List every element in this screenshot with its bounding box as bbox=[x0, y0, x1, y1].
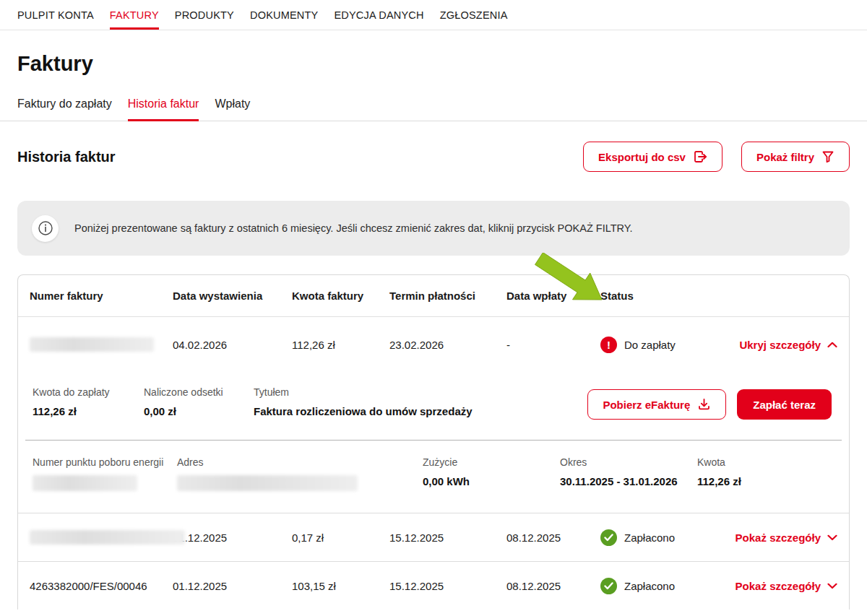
table-row: 01.12.2025 0,17 zł 15.12.2025 08.12.2025… bbox=[18, 513, 849, 561]
payment-date: - bbox=[506, 339, 600, 351]
paid-status-icon bbox=[600, 578, 617, 594]
due-date: 15.12.2025 bbox=[389, 532, 506, 544]
chevron-down-icon bbox=[827, 583, 837, 589]
period-field: Okres 30.11.2025 - 31.01.2026 bbox=[560, 456, 697, 487]
payment-date: 08.12.2025 bbox=[506, 580, 600, 592]
chevron-down-icon bbox=[827, 534, 837, 541]
invoice-amount: 103,15 zł bbox=[292, 580, 389, 592]
show-filters-label: Pokaż filtry bbox=[756, 151, 814, 163]
show-details-link[interactable]: Pokaż szczegóły bbox=[736, 532, 837, 544]
export-csv-label: Eksportuj do csv bbox=[598, 151, 686, 163]
amount-due-value: 112,26 zł bbox=[33, 405, 144, 417]
usage-value: 0,00 kWh bbox=[423, 475, 560, 487]
header-status: Status bbox=[600, 290, 730, 302]
interest-field: Naliczone odsetki 0,00 zł bbox=[144, 386, 254, 417]
header-numer-faktury: Numer faktury bbox=[30, 290, 173, 302]
status-cell: ! Do zapłaty bbox=[600, 337, 730, 353]
tab-wplaty[interactable]: Wpłaty bbox=[215, 97, 250, 121]
hide-details-link[interactable]: Ukryj szczegóły bbox=[739, 339, 837, 351]
redacted-invoice-number bbox=[30, 530, 185, 545]
invoice-amount: 112,26 zł bbox=[292, 339, 389, 351]
status-label: Zapłacono bbox=[624, 532, 675, 544]
amount-due-field: Kwota do zapłaty 112,26 zł bbox=[33, 386, 144, 417]
header-kwota-faktury: Kwota faktury bbox=[292, 290, 389, 302]
amount-value: 112,26 zł bbox=[697, 475, 832, 487]
show-filters-button[interactable]: Pokaż filtry bbox=[741, 142, 850, 172]
interest-value: 0,00 zł bbox=[144, 405, 254, 417]
usage-label: Zużycie bbox=[423, 456, 560, 468]
nav-item-produkty[interactable]: PRODUKTY bbox=[175, 0, 234, 30]
detail-actions: Pobierz eFakturę Zapłać teraz bbox=[587, 389, 832, 420]
nav-item-pulpit-konta[interactable]: PULPIT KONTA bbox=[17, 0, 94, 30]
tab-historia-faktur[interactable]: Historia faktur bbox=[128, 97, 199, 121]
amount-label: Kwota bbox=[697, 456, 832, 468]
period-label: Okres bbox=[560, 456, 697, 468]
toggle-label: Ukryj szczegóły bbox=[739, 339, 821, 351]
info-banner: Poniżej prezentowane są faktury z ostatn… bbox=[17, 201, 850, 256]
address-label: Adres bbox=[177, 456, 423, 468]
usage-field: Zużycie 0,00 kWh bbox=[423, 456, 560, 487]
nav-item-zgloszenia[interactable]: ZGŁOSZENIA bbox=[440, 0, 508, 30]
invoice-amount: 0,17 zł bbox=[292, 532, 389, 544]
header-data-wystawienia: Data wystawienia bbox=[173, 290, 292, 302]
download-einvoice-label: Pobierz eFakturę bbox=[603, 399, 690, 411]
status-cell: Zapłacono bbox=[600, 578, 730, 594]
issue-date: 04.02.2026 bbox=[173, 339, 292, 351]
section-actions: Eksportuj do csv Pokaż filtry bbox=[583, 142, 850, 172]
toggle-label: Pokaż szczegóły bbox=[736, 532, 821, 544]
page-title: Faktury bbox=[17, 52, 850, 76]
status-cell: Zapłacono bbox=[600, 529, 730, 546]
header-termin-platnosci: Termin płatności bbox=[389, 290, 506, 302]
info-icon bbox=[32, 215, 59, 242]
tab-faktury-do-zaplaty[interactable]: Faktury do zapłaty bbox=[17, 97, 112, 121]
issue-date: 01.12.2025 bbox=[173, 532, 292, 544]
nav-item-faktury[interactable]: FAKTURY bbox=[110, 0, 159, 30]
pay-now-label: Zapłać teraz bbox=[753, 399, 816, 411]
due-date: 23.02.2026 bbox=[389, 339, 506, 351]
table-row: 04.02.2026 112,26 zł 23.02.2026 - ! Do z… bbox=[18, 317, 849, 372]
paid-status-icon bbox=[600, 529, 617, 546]
invoice-history-table: Numer faktury Data wystawienia Kwota fak… bbox=[17, 274, 850, 610]
top-navigation: PULPIT KONTA FAKTURY PRODUKTY DOKUMENTY … bbox=[0, 0, 867, 30]
address-field: Adres bbox=[177, 456, 423, 491]
payment-date: 08.12.2025 bbox=[506, 532, 600, 544]
period-value: 30.11.2025 - 31.01.2026 bbox=[560, 475, 697, 487]
nav-item-edycja-danych[interactable]: EDYCJA DANYCH bbox=[334, 0, 423, 30]
title-label: Tytułem bbox=[254, 386, 587, 398]
nav-item-dokumenty[interactable]: DOKUMENTY bbox=[250, 0, 318, 30]
issue-date: 01.12.2025 bbox=[173, 580, 292, 592]
title-value: Faktura rozliczeniowa do umów sprzedaży bbox=[254, 405, 587, 417]
export-csv-button[interactable]: Eksportuj do csv bbox=[583, 142, 722, 172]
pay-now-button[interactable]: Zapłać teraz bbox=[737, 389, 832, 420]
title-field: Tytułem Faktura rozliczeniowa do umów sp… bbox=[254, 386, 587, 417]
download-einvoice-button[interactable]: Pobierz eFakturę bbox=[587, 389, 726, 420]
status-label: Do zapłaty bbox=[624, 339, 676, 351]
info-banner-text: Poniżej prezentowane są faktury z ostatn… bbox=[74, 222, 633, 234]
table-header-row: Numer faktury Data wystawienia Kwota fak… bbox=[18, 275, 849, 317]
header-data-wplaty: Data wpłaty bbox=[506, 290, 600, 302]
due-date: 15.12.2025 bbox=[389, 580, 506, 592]
invoice-number: 4263382000/FES/00046 bbox=[30, 580, 173, 592]
toggle-label: Pokaż szczegóły bbox=[736, 580, 821, 592]
section-title: Historia faktur bbox=[17, 149, 116, 165]
invoice-tabs: Faktury do zapłaty Historia faktur Wpłat… bbox=[0, 97, 867, 121]
redacted-invoice-number bbox=[30, 337, 154, 352]
ppe-field: Numer punktu poboru energii bbox=[33, 456, 177, 491]
chevron-up-icon bbox=[827, 342, 837, 348]
unpaid-status-icon: ! bbox=[600, 337, 617, 353]
invoice-details-point-block: Numer punktu poboru energii Adres Zużyci… bbox=[18, 441, 849, 513]
table-row: 4263382000/FES/00046 01.12.2025 103,15 z… bbox=[18, 561, 849, 610]
download-icon bbox=[697, 398, 711, 411]
filter-icon bbox=[821, 150, 834, 163]
status-label: Zapłacono bbox=[624, 580, 675, 592]
redacted-ppe-number bbox=[33, 475, 137, 491]
section-header: Historia faktur Eksportuj do csv Pokaż f… bbox=[17, 142, 850, 172]
invoice-details-payment-block: Kwota do zapłaty 112,26 zł Naliczone ods… bbox=[18, 372, 849, 440]
interest-label: Naliczone odsetki bbox=[144, 386, 254, 398]
export-icon bbox=[693, 150, 707, 163]
amount-field: Kwota 112,26 zł bbox=[697, 456, 832, 487]
amount-due-label: Kwota do zapłaty bbox=[33, 386, 144, 398]
show-details-link[interactable]: Pokaż szczegóły bbox=[736, 580, 837, 592]
ppe-label: Numer punktu poboru energii bbox=[33, 456, 177, 468]
redacted-address bbox=[177, 475, 358, 491]
